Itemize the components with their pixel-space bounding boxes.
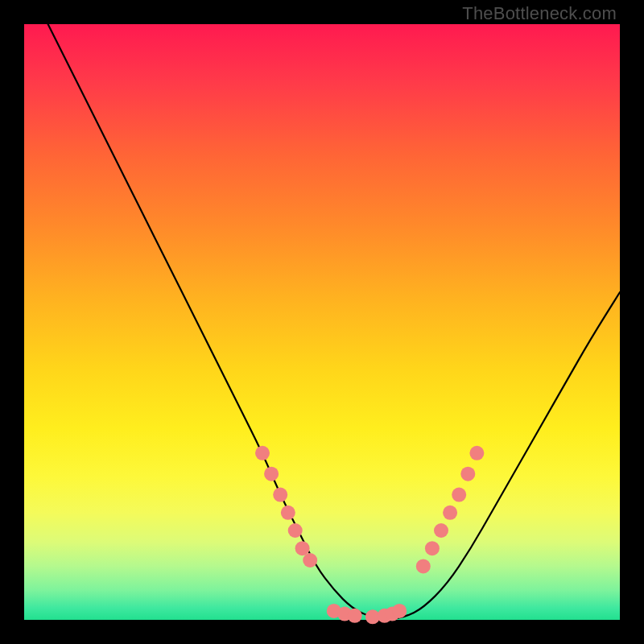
marker-dot	[348, 609, 362, 623]
marker-dot	[452, 488, 466, 502]
marker-dot	[469, 446, 484, 460]
bottleneck-curve	[48, 24, 620, 619]
marker-dot	[392, 604, 407, 618]
marker-dot	[288, 523, 303, 538]
marker-dot	[416, 559, 431, 573]
marker-dots	[255, 446, 484, 625]
marker-dot	[264, 467, 279, 481]
marker-dot	[295, 541, 310, 555]
marker-dot	[434, 523, 448, 538]
marker-dot	[425, 541, 440, 555]
outer-frame: TheBottleneck.com	[0, 0, 644, 644]
marker-dot	[303, 553, 317, 568]
marker-dot	[281, 506, 295, 520]
chart-svg	[24, 24, 620, 620]
marker-dot	[255, 446, 270, 460]
marker-dot	[443, 506, 457, 520]
marker-dot	[460, 467, 475, 481]
marker-dot	[273, 488, 287, 502]
watermark-text: TheBottleneck.com	[462, 3, 617, 24]
